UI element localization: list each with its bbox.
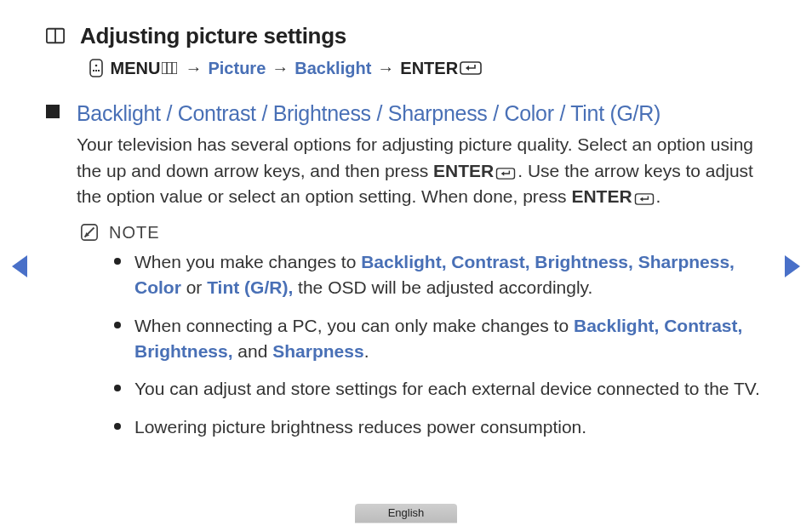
arrow-icon: → bbox=[377, 56, 394, 80]
note-icon bbox=[80, 223, 99, 242]
svg-rect-7 bbox=[162, 62, 177, 74]
svg-rect-6 bbox=[98, 70, 100, 71]
note-item: Lowering picture brightness reduces powe… bbox=[114, 414, 766, 440]
note-label: NOTE bbox=[109, 220, 160, 244]
menu-path: MENU → Picture → Backlight → ENTER bbox=[87, 56, 766, 80]
path-backlight: Backlight bbox=[294, 56, 371, 80]
note-item: When connecting a PC, you can only make … bbox=[114, 313, 766, 365]
main-heading-row: Adjusting picture settings bbox=[46, 20, 766, 51]
note-item: You can adjust and store settings for ea… bbox=[114, 376, 766, 402]
menu-label: MENU bbox=[111, 56, 161, 80]
arrow-icon: → bbox=[272, 56, 289, 80]
book-icon bbox=[46, 26, 65, 45]
path-picture: Picture bbox=[208, 56, 266, 80]
prev-page-button[interactable] bbox=[12, 255, 27, 277]
section-bullet-icon bbox=[46, 105, 60, 118]
section-description: Your television has several options for … bbox=[77, 132, 766, 209]
language-tab[interactable]: English bbox=[355, 504, 457, 522]
arrow-icon: → bbox=[185, 56, 202, 80]
menu-grid-icon bbox=[162, 62, 177, 74]
enter-icon bbox=[634, 193, 655, 205]
svg-rect-2 bbox=[90, 60, 102, 77]
next-page-button[interactable] bbox=[785, 255, 800, 277]
svg-rect-5 bbox=[95, 70, 97, 71]
svg-point-3 bbox=[95, 65, 98, 67]
note-block: NOTE When you make changes to Backlight,… bbox=[80, 220, 766, 441]
remote-icon bbox=[89, 59, 104, 77]
enter-icon bbox=[460, 61, 482, 75]
svg-rect-4 bbox=[93, 70, 94, 71]
note-item: When you make changes to Backlight, Cont… bbox=[114, 249, 766, 301]
page-title: Adjusting picture settings bbox=[80, 20, 346, 51]
enter-label: ENTER bbox=[400, 56, 458, 80]
enter-icon bbox=[495, 168, 516, 180]
section-title: Backlight / Contrast / Brightness / Shar… bbox=[77, 99, 766, 128]
